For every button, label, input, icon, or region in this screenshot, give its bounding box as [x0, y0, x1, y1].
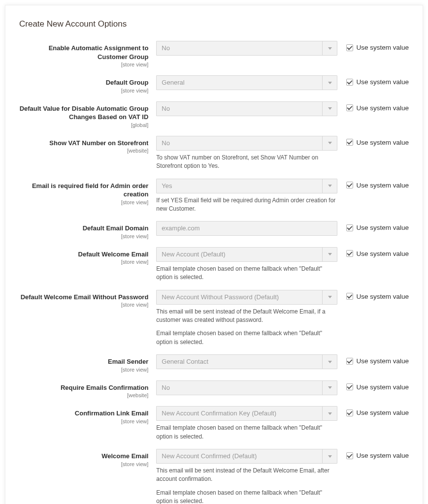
field-scope: [store view]: [19, 418, 148, 424]
field-scope: [website]: [19, 148, 148, 154]
field-control-col: example.com: [156, 221, 337, 236]
field-scope: [store view]: [19, 302, 148, 308]
field-group-show_vat_storefront: Show VAT Number on Storefront[website]No…: [19, 136, 409, 171]
select-value: New Account (Default): [156, 247, 337, 262]
field-row: Welcome Email[store view]New Account Con…: [19, 449, 409, 504]
field-label: Email is required field for Admin order …: [32, 182, 148, 198]
field-group-default_email_domain: Default Email Domain[store view]example.…: [19, 221, 409, 239]
field-row: Default Welcome Email[store view]New Acc…: [19, 247, 409, 282]
field-control-col: YesIf set YES Email field will be requir…: [156, 179, 337, 214]
select-value: New Account Without Password (Default): [156, 290, 337, 305]
email_sender-select[interactable]: General Contact: [156, 354, 337, 369]
field-row: Show VAT Number on Storefront[website]No…: [19, 136, 409, 171]
config-panel: Create New Account Options Enable Automa…: [5, 5, 423, 504]
field-scope: [store view]: [19, 199, 148, 205]
use-system-value-checkbox[interactable]: [346, 139, 353, 146]
field-control-col: No: [156, 101, 337, 116]
auto_assign_group-select[interactable]: No: [156, 41, 337, 56]
field-group-welcome_email: Welcome Email[store view]New Account Con…: [19, 449, 409, 504]
require_confirmation-select[interactable]: No: [156, 380, 337, 395]
email_required_admin_order-select[interactable]: Yes: [156, 179, 337, 193]
use-system-value-checkbox[interactable]: [346, 79, 353, 86]
field-control-col: New Account Confirmed (Default)This emai…: [156, 449, 337, 504]
field-label-col: Require Emails Confirmation[website]: [19, 380, 156, 399]
field-control-col: No: [156, 380, 337, 395]
use-system-value-wrapper: Use system value: [337, 406, 409, 416]
field-control-col: No: [156, 41, 337, 56]
field-scope: [global]: [19, 122, 148, 128]
use-system-value-checkbox[interactable]: [346, 250, 353, 257]
disable_auto_group_vat-select[interactable]: No: [156, 101, 337, 116]
field-row: Default Group[store view]GeneralUse syst…: [19, 75, 409, 94]
field-row: Email Sender[store view]General ContactU…: [19, 354, 409, 373]
field-scope: [store view]: [19, 367, 148, 373]
use-system-value-checkbox[interactable]: [346, 224, 353, 231]
field-note: Email template chosen based on theme fal…: [156, 265, 337, 282]
use-system-value-label: Use system value: [356, 383, 409, 391]
use-system-value-checkbox[interactable]: [346, 383, 353, 390]
use-system-value-wrapper: Use system value: [337, 179, 409, 189]
use-system-value-wrapper: Use system value: [337, 221, 409, 231]
use-system-value-checkbox[interactable]: [346, 410, 353, 416]
field-label: Welcome Email: [101, 452, 148, 460]
use-system-value-wrapper: Use system value: [337, 290, 409, 300]
default_welcome_email-select[interactable]: New Account (Default): [156, 247, 337, 262]
field-scope: [store view]: [19, 88, 148, 94]
field-scope: [store view]: [19, 259, 148, 265]
select-value: No: [156, 101, 337, 116]
field-scope: [store view]: [19, 62, 148, 67]
use-system-value-wrapper: Use system value: [337, 380, 409, 391]
use-system-value-label: Use system value: [356, 452, 409, 459]
field-label: Default Email Domain: [83, 224, 149, 232]
use-system-value-checkbox[interactable]: [346, 182, 353, 189]
use-system-value-label: Use system value: [356, 44, 409, 51]
default_group-select[interactable]: General: [156, 75, 337, 90]
field-label: Default Value for Disable Automatic Grou…: [20, 105, 149, 121]
section-title: Create New Account Options: [19, 19, 409, 29]
use-system-value-checkbox[interactable]: [346, 358, 353, 365]
select-value: New Account Confirmation Key (Default): [156, 406, 337, 421]
field-control-col: New Account (Default)Email template chos…: [156, 247, 337, 282]
use-system-value-label: Use system value: [356, 357, 409, 365]
field-row: Enable Automatic Assignment to Customer …: [19, 41, 409, 67]
select-value: Yes: [156, 179, 337, 193]
welcome_email-select[interactable]: New Account Confirmed (Default): [156, 449, 337, 464]
use-system-value-wrapper: Use system value: [337, 247, 409, 257]
use-system-value-wrapper: Use system value: [337, 449, 409, 459]
default_email_domain-input[interactable]: example.com: [156, 221, 337, 236]
select-value: No: [156, 41, 337, 56]
field-scope: [store view]: [19, 233, 148, 239]
field-label-col: Enable Automatic Assignment to Customer …: [19, 41, 156, 67]
select-value: No: [156, 136, 337, 151]
field-note: If set YES Email field will be required …: [156, 196, 337, 214]
field-group-disable_auto_group_vat: Default Value for Disable Automatic Grou…: [19, 101, 409, 128]
fields-container: Enable Automatic Assignment to Customer …: [19, 41, 409, 504]
field-label: Email Sender: [108, 358, 148, 365]
field-note: Email template chosen based on theme fal…: [156, 329, 337, 346]
confirmation_link_email-select[interactable]: New Account Confirmation Key (Default): [156, 406, 337, 421]
use-system-value-checkbox[interactable]: [346, 44, 353, 51]
use-system-value-checkbox[interactable]: [346, 104, 353, 111]
default_welcome_email_no_pw-select[interactable]: New Account Without Password (Default): [156, 290, 337, 305]
use-system-value-label: Use system value: [356, 104, 409, 112]
field-note: This email will be sent instead of the D…: [156, 467, 337, 484]
field-label-col: Default Value for Disable Automatic Grou…: [19, 101, 156, 128]
show_vat_storefront-select[interactable]: No: [156, 136, 337, 151]
field-group-default_welcome_email_no_pw: Default Welcome Email Without Password[s…: [19, 290, 409, 347]
field-group-default_welcome_email: Default Welcome Email[store view]New Acc…: [19, 247, 409, 282]
select-value: General: [156, 75, 337, 90]
field-label: Confirmation Link Email: [75, 410, 149, 417]
field-row: Require Emails Confirmation[website]NoUs…: [19, 380, 409, 399]
use-system-value-checkbox[interactable]: [346, 452, 353, 459]
field-control-col: General: [156, 75, 337, 90]
field-control-col: NoTo show VAT number on Storefront, set …: [156, 136, 337, 171]
field-label: Show VAT Number on Storefront: [49, 139, 148, 147]
use-system-value-checkbox[interactable]: [346, 293, 353, 300]
field-note: Email template chosen based on theme fal…: [156, 489, 337, 504]
field-label: Default Group: [106, 79, 149, 86]
field-row: Default Email Domain[store view]example.…: [19, 221, 409, 239]
field-row: Default Welcome Email Without Password[s…: [19, 290, 409, 347]
field-label-col: Default Welcome Email[store view]: [19, 247, 156, 265]
field-row: Email is required field for Admin order …: [19, 179, 409, 214]
field-label: Default Welcome Email: [78, 251, 149, 258]
